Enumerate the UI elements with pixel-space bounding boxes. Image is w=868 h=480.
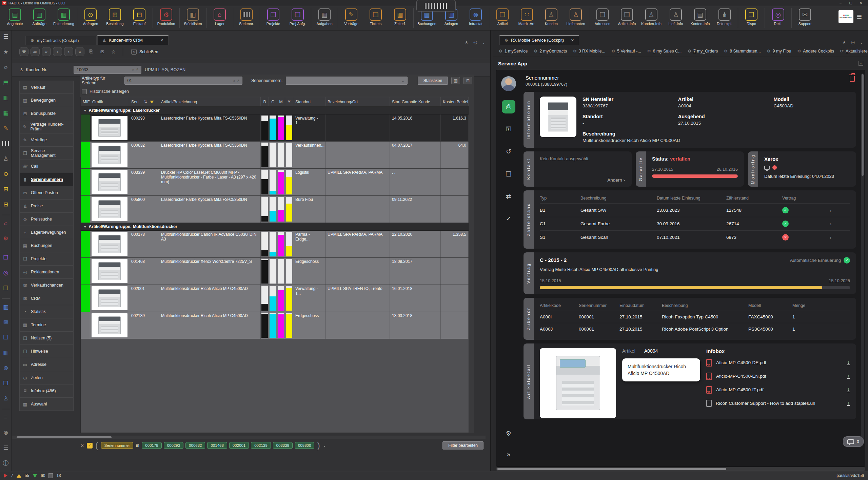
- column-header-mif[interactable]: MIF: [81, 97, 90, 106]
- history-icon[interactable]: ↺: [502, 145, 515, 158]
- toolbar-item-projekte[interactable]: ❒Projekte: [261, 7, 285, 28]
- toolbar-item-fakturierung[interactable]: ▦Fakturierung: [52, 7, 76, 28]
- translate-chat-button[interactable]: 0: [843, 436, 864, 447]
- sidebar-item-verkaufschancen[interactable]: ✉Verkaufschancen: [19, 279, 74, 292]
- zaehler-row[interactable]: S1Gesamt Scan07.10.20216973✕›: [540, 230, 850, 244]
- nav-item-8-stammdaten-[interactable]: ⚙8 Stammdaten...: [724, 49, 761, 54]
- filter-value-chip[interactable]: 001468: [207, 442, 227, 449]
- horizontal-scrollbar[interactable]: [12, 436, 486, 439]
- nav-item-2-mycontracts[interactable]: ⚙2 myContracts: [534, 49, 567, 54]
- artikeltyp-input[interactable]: 01 ⌕ ↗: [124, 77, 243, 85]
- toolbar-item-seriennr[interactable]: Seriennr.: [234, 7, 259, 28]
- download-icon[interactable]: [33, 474, 37, 478]
- toolbar-item-matrix-art[interactable]: ∷Matrix-Art.: [515, 7, 539, 28]
- pin-icon[interactable]: ★: [842, 40, 846, 45]
- toolbar-item-support[interactable]: ✉Support: [793, 7, 817, 28]
- column-header-start-garantie-kunde[interactable]: Start Garantie Kunde: [390, 97, 441, 106]
- strip-icon[interactable]: ⌄: [482, 40, 486, 45]
- rail-item-projekte[interactable]: ❒: [1, 253, 11, 262]
- filter-expand-icon[interactable]: ⌄: [323, 443, 326, 448]
- first-record-icon[interactable]: «: [42, 47, 51, 56]
- table-row[interactable]: 003339Drucker HP Color LaserJet CM6030f …: [81, 169, 469, 196]
- rail-item-auftraege[interactable]: ▥: [1, 93, 11, 102]
- lock-icon[interactable]: ⚿: [502, 122, 515, 136]
- sidebar-item-projekte[interactable]: ❒Projekte: [19, 252, 74, 266]
- sidebar-item-auswahl[interactable]: ▦Auswahl: [19, 398, 74, 411]
- toolbar-item-proj-aufg[interactable]: ❐Proj.Aufg.: [285, 7, 310, 28]
- prev-record-icon[interactable]: ‹: [53, 47, 62, 56]
- toolbar-item-dispo[interactable]: ❒Dispo: [739, 7, 764, 28]
- remove-filter-icon[interactable]: ✕: [80, 443, 84, 448]
- toolbar-item-tickets[interactable]: ❑Tickets: [363, 7, 388, 28]
- toolbar-item-kunden[interactable]: ♙Kunden: [539, 7, 564, 28]
- sidebar-item-call[interactable]: ☏Call: [19, 160, 74, 173]
- rail-item-anlagen[interactable]: ▥: [1, 348, 11, 357]
- rail-item-brightness[interactable]: ☼: [1, 62, 11, 72]
- rail-item-konten[interactable]: ≡: [1, 413, 11, 422]
- garantie-tab[interactable]: Garantie: [636, 151, 646, 187]
- historische-checkbox[interactable]: [82, 89, 87, 94]
- tab-close-icon[interactable]: ✕: [160, 38, 163, 43]
- toolbar-item-adressen[interactable]: ❒Adressen: [590, 7, 615, 28]
- sidebar-item-seriennummern[interactable]: ‖Seriennummern: [19, 173, 74, 186]
- sidebar-item-preissuche[interactable]: ⊘Preissuche: [19, 213, 74, 226]
- filter-value-chip[interactable]: 000632: [185, 442, 205, 449]
- toolbar-item-lief-info[interactable]: ♙Lief.-Info: [664, 7, 688, 28]
- strip-icon[interactable]: ◎: [473, 40, 477, 45]
- infobox-file[interactable]: Ricoh Customer Support - How to add stap…: [706, 397, 850, 410]
- rail-item-buchungen[interactable]: ▦: [1, 302, 11, 312]
- zubehoer-tab[interactable]: Zubehör: [524, 298, 534, 340]
- tab-kunden-info-crm[interactable]: ♙Kunden-Info CRM✕: [97, 35, 169, 45]
- group-header[interactable]: ▾Artikel/Warengruppe: Laserdrucker: [81, 107, 469, 114]
- toolbar-item-dok-expl[interactable]: ⋔Dok.expl.: [712, 7, 737, 28]
- vertrag-tab[interactable]: Vertrag: [524, 252, 534, 294]
- favorite-icon[interactable]: ☆: [109, 47, 118, 56]
- search-icon[interactable]: ⌕ ↗: [130, 67, 138, 72]
- mail-icon[interactable]: ✉: [98, 47, 107, 56]
- download-icon[interactable]: ↓: [847, 387, 850, 392]
- sidebar-item-verkauf[interactable]: ▤Verkauf: [19, 81, 74, 94]
- settings-wrench-icon[interactable]: ⚒: [19, 47, 28, 56]
- nav-item-andere-cockpits[interactable]: ⚙Andere Cockpits: [797, 49, 834, 54]
- sidebar-item-bonuspunkte[interactable]: ⊟Bonuspunkte: [19, 107, 74, 120]
- sidebar-item-statistik[interactable]: ◔Statistik: [19, 305, 74, 318]
- row-chevron-icon[interactable]: ›: [821, 221, 831, 227]
- maximize-button[interactable]: ▢: [846, 0, 856, 6]
- toolbar-item-auftraege[interactable]: ▥Aufträge: [27, 7, 52, 28]
- filter-field-chip[interactable]: Seriennummer: [101, 442, 133, 449]
- column-header-seri-[interactable]: Seri...⇅: [129, 97, 159, 106]
- download-icon[interactable]: ↓: [847, 360, 850, 365]
- filter-value-chip[interactable]: 000178: [142, 442, 161, 449]
- filter-active-checkbox[interactable]: ✓: [87, 443, 93, 448]
- column-header-b[interactable]: B: [261, 97, 269, 106]
- column-header-grafik[interactable]: Grafik: [90, 97, 129, 106]
- column-header-c[interactable]: C: [269, 97, 277, 106]
- sidebar-item-reklamationen[interactable]: ◎Reklamationen: [19, 266, 74, 279]
- horizontal-scrollbar[interactable]: [496, 467, 865, 471]
- artikeldetail-tab[interactable]: Artikeldetail: [524, 343, 534, 419]
- rail-item-favorites[interactable]: ★: [1, 47, 11, 57]
- table-row[interactable]: 005800Laserdrucker Farbe Kyocera Mita FS…: [81, 196, 469, 223]
- toolbar-item-rekl[interactable]: ◎Rekl.: [766, 7, 790, 28]
- infobox-file[interactable]: Aficio-MP-C4500-IT.pdf↓: [706, 383, 850, 397]
- tab-rx-mobile-service[interactable]: ⚙ RX Mobile Service (Cockpit) ✕: [499, 35, 579, 45]
- rail-item-lager[interactable]: ⌂: [1, 218, 11, 228]
- help-icon[interactable]: ◎: [851, 40, 855, 45]
- printer-section-icon[interactable]: ⎙: [502, 100, 515, 113]
- rail-item-info[interactable]: ⓘ: [1, 458, 11, 468]
- filter-value-chip[interactable]: 003339: [273, 442, 293, 449]
- toolbar-item-aufgaben[interactable]: ▦Aufgaben: [312, 7, 337, 28]
- strip-icon[interactable]: ★: [465, 40, 469, 45]
- infobox-file[interactable]: Aficio-MP-C4500-DE.pdf↓: [706, 356, 850, 370]
- toolbar-item-lieferanten[interactable]: ♙Lieferanten: [564, 7, 588, 28]
- avatar[interactable]: [501, 76, 516, 91]
- next-record-icon[interactable]: ›: [64, 47, 73, 56]
- infobox-file[interactable]: Aficio-MP-C4500-EN.pdf↓: [706, 370, 850, 383]
- warning-icon[interactable]: [17, 474, 21, 478]
- sidebar-item-vertr-ge[interactable]: ✎Verträge: [19, 133, 74, 147]
- sidebar-item-notizen-5-[interactable]: ❏Notizen (5): [19, 332, 74, 345]
- filter-value-chip[interactable]: 000293: [164, 442, 183, 449]
- toolbar-item-artikel[interactable]: ❒Artikel: [490, 7, 515, 28]
- nav-item-3-rx-mobile-[interactable]: ⚙3 RX Mobile...: [573, 49, 605, 54]
- column-header-m[interactable]: M: [277, 97, 285, 106]
